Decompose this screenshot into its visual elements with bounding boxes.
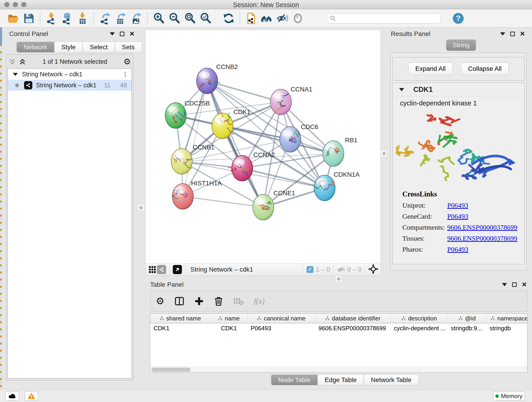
tab-style[interactable]: Style	[54, 42, 83, 52]
network-node-cdkn1a[interactable]: CDKN1A	[313, 171, 360, 201]
crosslink-row: Pharos:P06493	[402, 245, 524, 253]
network-status-dot	[15, 83, 19, 87]
crosslink-value-link[interactable]: P06493	[447, 212, 468, 220]
panel-float-icon[interactable]	[512, 282, 517, 287]
add-column-icon[interactable]	[194, 296, 204, 306]
splitter-grip-right[interactable]	[381, 150, 387, 157]
tab-network[interactable]: Network	[17, 42, 54, 52]
gene-entry-header[interactable]: CDK1	[393, 83, 524, 96]
tab-node-table[interactable]: Node Table	[271, 375, 317, 385]
column-header-shared-name[interactable]: shared name	[150, 314, 210, 323]
horizontal-scrollbar[interactable]	[150, 366, 527, 372]
column-header-namespace[interactable]: namespace	[486, 314, 527, 323]
zoom-selected-icon[interactable]	[199, 12, 212, 25]
crosslink-label: GeneCard:	[402, 212, 447, 220]
cloud-button[interactable]	[5, 391, 19, 401]
scrollbar-thumb[interactable]	[152, 368, 191, 372]
save-session-icon[interactable]	[22, 12, 35, 25]
column-header-name[interactable]: name	[210, 314, 247, 323]
tab-edge-table[interactable]: Edge Table	[317, 375, 364, 385]
crosslink-value-link[interactable]: P06493	[447, 201, 468, 209]
crosslink-row: Compartments:9606.ENSP00000378699	[402, 223, 524, 231]
column-header-description[interactable]: description	[391, 314, 448, 323]
table-row[interactable]: CDK1CDK1P064939606.ENSP00000378699cyclin…	[150, 323, 527, 333]
crosslink-value-link[interactable]: 9606.ENSP00000378699	[447, 235, 517, 242]
table-cell[interactable]: P06493	[247, 325, 315, 332]
panel-menu-icon[interactable]	[110, 32, 115, 36]
network-node-rb1[interactable]: RB1	[323, 137, 357, 166]
node-label-rb1: RB1	[345, 137, 357, 144]
import-table-from-file-icon[interactable]	[76, 12, 89, 25]
table-cell[interactable]: CDK1	[210, 325, 247, 332]
export-network-icon[interactable]	[99, 12, 111, 25]
show-navigator-houses-icon[interactable]	[260, 12, 273, 25]
show-columns-icon[interactable]	[175, 296, 184, 306]
hide-selected-eye-icon[interactable]	[276, 12, 289, 25]
svg-text:?: ?	[456, 14, 461, 22]
splitter-grip-left[interactable]	[138, 204, 144, 211]
panel-menu-icon[interactable]	[500, 32, 505, 36]
table-cell[interactable]: 9606.ENSP00000378699	[315, 325, 391, 332]
open-session-icon[interactable]	[7, 12, 20, 25]
crosslink-value-link[interactable]: 9606.ENSP00000378699	[447, 223, 517, 231]
export-table-icon[interactable]	[114, 12, 127, 25]
birdseye-crosshair-icon[interactable]	[368, 264, 378, 275]
collapse-all-button[interactable]: Collapse All	[461, 63, 509, 75]
crosslink-row: Tissues:9606.ENSP00000378699	[402, 235, 524, 242]
network-canvas[interactable]: CCNB2CCNA1CDC25BCDK1CDC6RB1CCNB1CCNA2CDK…	[146, 30, 380, 263]
search-input[interactable]	[336, 15, 438, 22]
collapse-all-icon[interactable]	[8, 58, 16, 65]
refresh-layout-icon[interactable]	[222, 12, 235, 25]
detach-view-icon[interactable]	[173, 265, 182, 274]
table-cell[interactable]: CDK1	[150, 325, 210, 332]
toolbar-separator	[147, 12, 147, 24]
panel-float-icon[interactable]	[510, 32, 515, 36]
table-cell[interactable]: cyclin-dependent ...	[391, 325, 448, 332]
panel-menu-icon[interactable]	[502, 283, 507, 286]
expand-all-button[interactable]: Expand All	[408, 63, 453, 75]
memory-button[interactable]: Memory	[493, 391, 525, 401]
tab-select[interactable]: Select	[83, 42, 115, 52]
table-cell[interactable]: stringdb	[486, 325, 527, 332]
network-row-selected[interactable]: String Network – cdk1 11 48	[8, 80, 132, 91]
zoom-fit-content-icon[interactable]	[183, 12, 196, 25]
column-header-database-identifier[interactable]: database identifier	[315, 314, 391, 323]
network-node-ccne1[interactable]: CCNE1	[253, 190, 295, 220]
export-image-icon[interactable]	[130, 12, 143, 25]
new-network-from-selection-icon[interactable]	[245, 12, 258, 25]
delete-trash-icon[interactable]	[214, 296, 223, 306]
import-network-from-file-icon[interactable]	[45, 12, 58, 25]
panel-close-icon[interactable]: ✕	[522, 282, 527, 287]
zoom-in-icon[interactable]	[152, 12, 165, 25]
warnings-button[interactable]	[25, 391, 38, 401]
expand-all-icon[interactable]	[19, 58, 26, 65]
network-node-hist1h1a[interactable]: HIST1H1A	[172, 180, 222, 209]
tree-expand-icon[interactable]	[13, 73, 18, 76]
table-options-gear-icon[interactable]: ⚙	[156, 296, 165, 306]
grid-view-icon[interactable]	[148, 265, 157, 274]
column-header--id[interactable]: @id	[448, 314, 486, 323]
table-cell[interactable]: stringdb:9...	[448, 325, 486, 332]
network-share-view-icon[interactable]	[157, 265, 166, 274]
tab-string[interactable]: String	[446, 39, 476, 51]
network-collection-row[interactable]: String Network – cdk1 1	[8, 69, 132, 80]
hidden-eye-icon	[337, 266, 346, 273]
entry-collapse-icon[interactable]	[399, 88, 404, 91]
zoom-out-icon[interactable]	[168, 12, 181, 25]
tab-network-table[interactable]: Network Table	[364, 375, 418, 385]
show-hidden-eye-icon[interactable]	[291, 12, 304, 25]
panel-float-icon[interactable]	[120, 32, 124, 36]
network-node-ccnb2[interactable]: CCNB2	[196, 63, 238, 94]
search-box[interactable]	[327, 13, 441, 23]
tab-sets[interactable]: Sets	[115, 42, 142, 52]
panel-close-icon[interactable]: ✕	[129, 32, 135, 36]
column-header-canonical-name[interactable]: canonical name	[247, 314, 315, 323]
help-icon[interactable]: ?	[452, 12, 465, 25]
network-options-gear-icon[interactable]: ⚙	[123, 57, 131, 66]
selected-count-checkbox[interactable]: ✓	[307, 266, 313, 273]
import-network-from-database-icon[interactable]	[60, 12, 73, 25]
network-node-ccna1[interactable]: CCNA1	[270, 86, 312, 115]
panel-close-icon[interactable]: ✕	[520, 32, 525, 36]
crosslink-value-link[interactable]: P06493	[447, 245, 468, 253]
column-hierarchy-icon	[218, 316, 222, 321]
